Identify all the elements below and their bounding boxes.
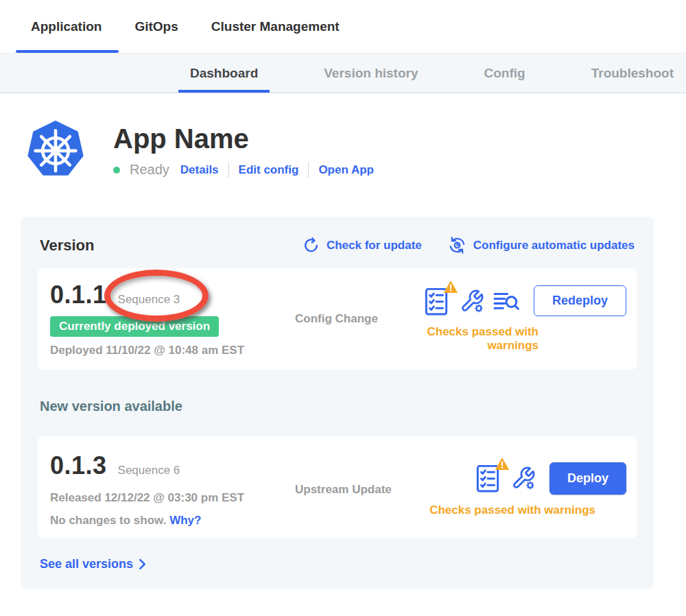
app-header-text: App Name Ready Details Edit config Open … — [113, 118, 374, 178]
no-changes-text: No changes to show. — [50, 514, 166, 527]
new-version-info: 0.1.3 Sequence 6 Released 12/12/22 @ 03:… — [50, 451, 283, 528]
sequence-label: Sequence 3 — [118, 293, 180, 306]
current-version-sequence: Sequence 3 — [118, 293, 180, 307]
details-link[interactable]: Details — [180, 163, 219, 177]
version-panel-actions: Check for update Configure automatic upd… — [303, 236, 635, 254]
app-status-row: Ready Details Edit config Open App — [113, 162, 374, 178]
diff-logs-icon[interactable] — [493, 288, 520, 313]
chevron-right-icon — [139, 558, 146, 570]
released-timestamp: Released 12/12/22 @ 03:30 pm EST — [50, 491, 283, 505]
tab-config[interactable]: Config — [484, 54, 525, 93]
version-panel: Version Check for update — [21, 217, 654, 589]
divider — [308, 163, 309, 178]
tab-cluster-management[interactable]: Cluster Management — [211, 0, 340, 53]
preflight-checks-status: Checks passed with warnings — [414, 504, 595, 517]
tab-gitops[interactable]: GitOps — [134, 0, 178, 53]
deploy-button[interactable]: Deploy — [549, 462, 626, 495]
check-for-update-link[interactable]: Check for update — [303, 237, 422, 254]
currently-deployed-badge: Currently deployed version — [50, 316, 219, 337]
new-version-action-row: Deploy — [414, 462, 626, 495]
warning-triangle-icon — [443, 280, 458, 294]
auto-update-icon — [448, 236, 466, 254]
tab-application[interactable]: Application — [31, 0, 102, 53]
tab-troubleshoot[interactable]: Troubleshoot — [591, 54, 674, 93]
preflight-checklist-icon[interactable] — [424, 286, 451, 316]
status-text: Ready — [130, 162, 169, 178]
config-wrench-icon[interactable] — [511, 466, 536, 490]
current-version-line: 0.1.1 Sequence 3 — [50, 281, 283, 309]
app-header: App Name Ready Details Edit config Open … — [24, 118, 686, 181]
refresh-icon — [303, 237, 320, 254]
current-version-info: 0.1.1 Sequence 3 Currently deployed vers… — [50, 281, 283, 357]
see-all-versions-label: See all versions — [40, 557, 133, 571]
new-version-source: Upstream Update — [283, 483, 414, 497]
edit-config-link[interactable]: Edit config — [239, 163, 299, 177]
current-version-actions: Redeploy Checks passed with warnings — [414, 281, 626, 357]
divider — [228, 163, 229, 178]
app-sub-nav: Dashboard Version history Config Trouble… — [0, 54, 686, 93]
current-version-action-row: Redeploy — [414, 285, 626, 316]
new-version-sequence: Sequence 6 — [118, 464, 180, 477]
kubernetes-logo — [24, 118, 87, 181]
new-version-number: 0.1.3 — [50, 451, 107, 480]
redeploy-button[interactable]: Redeploy — [534, 285, 626, 316]
configure-automatic-updates-link[interactable]: Configure automatic updates — [448, 236, 635, 254]
new-version-card: 0.1.3 Sequence 6 Released 12/12/22 @ 03:… — [38, 436, 637, 538]
new-version-available-heading: New version available — [40, 399, 635, 414]
check-for-update-label: Check for update — [327, 239, 422, 252]
preflight-checks-status: Checks passed with warnings — [414, 325, 539, 353]
preflight-checklist-icon[interactable] — [475, 463, 503, 493]
top-nav: Application GitOps Cluster Management — [0, 0, 686, 54]
new-version-line: 0.1.3 Sequence 6 — [50, 451, 283, 480]
status-ready-dot — [113, 167, 120, 174]
current-version-card: 0.1.1 Sequence 3 Currently deployed vers… — [38, 268, 637, 370]
version-panel-header: Version Check for update — [40, 236, 635, 254]
version-heading: Version — [40, 237, 94, 254]
tab-dashboard[interactable]: Dashboard — [190, 54, 258, 93]
open-app-link[interactable]: Open App — [318, 163, 374, 177]
new-version-actions: Deploy Checks passed with warnings — [414, 451, 626, 528]
current-version-source: Config Change — [283, 312, 414, 326]
configure-automatic-updates-label: Configure automatic updates — [473, 239, 635, 252]
current-version-number: 0.1.1 — [50, 281, 107, 309]
deployed-timestamp: Deployed 11/10/22 @ 10:48 am EST — [50, 344, 283, 357]
see-all-versions-link[interactable]: See all versions — [40, 557, 146, 571]
config-wrench-icon[interactable] — [460, 289, 484, 313]
no-changes-line: No changes to show. Why? — [50, 514, 283, 528]
why-link[interactable]: Why? — [169, 514, 201, 527]
page-title: App Name — [113, 123, 374, 154]
tab-version-history[interactable]: Version history — [324, 54, 418, 93]
warning-triangle-icon — [495, 457, 510, 471]
